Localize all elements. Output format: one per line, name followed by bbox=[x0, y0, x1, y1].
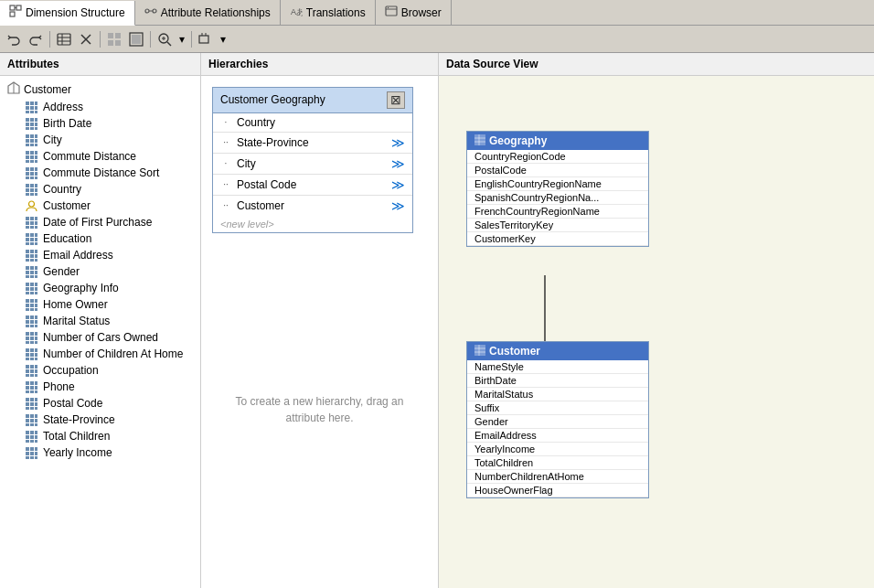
attr-item-yearly-income[interactable]: Yearly Income bbox=[0, 444, 200, 461]
hierarchy-item-customer[interactable]: ··Customer≫ bbox=[213, 196, 412, 216]
dsv-field[interactable]: CountryRegionCode bbox=[467, 150, 648, 164]
dsv-field[interactable]: SalesTerritoryKey bbox=[467, 219, 648, 232]
svg-rect-43 bbox=[35, 118, 37, 122]
toolbar-delete[interactable] bbox=[76, 29, 96, 49]
dsv-field[interactable]: YearlyIncome bbox=[467, 443, 648, 456]
tab-translations[interactable]: Aあ Translations bbox=[281, 0, 376, 25]
attr-item-customer[interactable]: Customer bbox=[0, 198, 200, 214]
toolbar-extra[interactable] bbox=[196, 29, 216, 49]
dsv-field[interactable]: EnglishCountryRegionName bbox=[467, 177, 648, 191]
hierarchy-item-state-province[interactable]: ··State-Province≫ bbox=[213, 133, 412, 154]
svg-rect-163 bbox=[30, 353, 34, 357]
dsv-field[interactable]: NumberChildrenAtHome bbox=[467, 470, 648, 484]
attr-item-phone[interactable]: Phone bbox=[0, 379, 200, 395]
attr-tree: Customer AddressBirth DateCityCommute Di… bbox=[0, 76, 200, 588]
attr-item-number-of-children-at-home[interactable]: Number of Children At Home bbox=[0, 346, 200, 362]
hierarchy-item-city[interactable]: ·City≫ bbox=[213, 154, 412, 175]
dsv-table-header-geography[interactable]: Geography bbox=[467, 132, 648, 150]
datasource-header: Data Source View bbox=[439, 53, 874, 76]
toolbar-view1[interactable] bbox=[104, 29, 124, 49]
svg-rect-191 bbox=[35, 402, 37, 406]
dsv-field[interactable]: TotalChildren bbox=[467, 456, 648, 470]
svg-rect-75 bbox=[30, 176, 34, 179]
hi-expand-arrow[interactable]: ≫ bbox=[391, 177, 405, 192]
dsv-field[interactable]: MaritalStatus bbox=[467, 388, 648, 401]
svg-rect-192 bbox=[26, 407, 29, 410]
hi-expand-arrow[interactable]: ≫ bbox=[391, 156, 405, 171]
dsv-table-header-customer[interactable]: Customer bbox=[467, 342, 648, 360]
svg-rect-92 bbox=[35, 221, 37, 225]
svg-rect-137 bbox=[35, 304, 37, 307]
toolbar-extra-dropdown[interactable]: ▾ bbox=[218, 29, 229, 49]
attr-item-geography-info[interactable]: Geography Info bbox=[0, 280, 200, 296]
attr-item-marital-status[interactable]: Marital Status bbox=[0, 313, 200, 329]
svg-text:あ: あ bbox=[296, 7, 303, 16]
attr-item-country[interactable]: Country bbox=[0, 181, 200, 198]
svg-rect-36 bbox=[30, 106, 34, 110]
tab-attribute-relationships[interactable]: Attribute Relationships bbox=[135, 0, 281, 25]
toolbar-zoom[interactable] bbox=[155, 29, 175, 49]
attr-item-city[interactable]: City bbox=[0, 132, 200, 148]
attr-item-total-children[interactable]: Total Children bbox=[0, 428, 200, 444]
dsv-field[interactable]: Suffix bbox=[467, 401, 648, 415]
tab-dimension-structure[interactable]: Dimension Structure bbox=[0, 1, 135, 26]
attr-root-customer[interactable]: Customer bbox=[0, 80, 200, 99]
toolbar-table[interactable] bbox=[54, 29, 74, 49]
svg-rect-112 bbox=[30, 259, 34, 262]
tab-translations-label: Translations bbox=[306, 6, 366, 19]
svg-rect-174 bbox=[26, 374, 29, 377]
hierarchy-expand-btn[interactable]: ⊠ bbox=[387, 91, 405, 109]
key-icon bbox=[26, 199, 38, 212]
svg-rect-122 bbox=[35, 275, 37, 278]
svg-rect-151 bbox=[30, 332, 34, 336]
svg-point-86 bbox=[29, 201, 35, 207]
dsv-field[interactable]: PostalCode bbox=[467, 164, 648, 177]
attr-item-commute-distance-sort[interactable]: Commute Distance Sort bbox=[0, 165, 200, 181]
grid-icon bbox=[26, 134, 38, 146]
attr-item-address[interactable]: Address bbox=[0, 99, 200, 115]
attr-item-birth-date[interactable]: Birth Date bbox=[0, 115, 200, 132]
dsv-field[interactable]: EmailAddress bbox=[467, 429, 648, 443]
toolbar-undo[interactable] bbox=[4, 29, 24, 49]
svg-rect-165 bbox=[26, 358, 29, 360]
dsv-field[interactable]: FrenchCountryRegionName bbox=[467, 205, 648, 219]
svg-rect-218 bbox=[35, 452, 37, 455]
attr-item-occupation[interactable]: Occupation bbox=[0, 362, 200, 379]
hi-expand-arrow[interactable]: ≫ bbox=[391, 135, 405, 150]
attr-item-gender[interactable]: Gender bbox=[0, 263, 200, 280]
attr-item-education[interactable]: Education bbox=[0, 230, 200, 247]
hi-expand-arrow[interactable]: ≫ bbox=[391, 198, 405, 213]
dsv-field[interactable]: HouseOwnerFlag bbox=[467, 484, 648, 497]
tab-browser[interactable]: Browser bbox=[376, 0, 452, 25]
svg-rect-180 bbox=[26, 386, 29, 390]
attr-label: Commute Distance bbox=[43, 150, 136, 163]
attr-item-commute-distance[interactable]: Commute Distance bbox=[0, 148, 200, 165]
hierarchy-item-country[interactable]: ·Country bbox=[213, 113, 412, 133]
svg-rect-131 bbox=[35, 292, 37, 294]
hi-label: City bbox=[237, 157, 391, 170]
dsv-field[interactable]: CustomerKey bbox=[467, 232, 648, 246]
toolbar-zoom-dropdown[interactable]: ▾ bbox=[176, 29, 187, 49]
svg-rect-21 bbox=[115, 40, 121, 46]
svg-rect-206 bbox=[35, 431, 37, 434]
dsv-field[interactable]: BirthDate bbox=[467, 374, 648, 388]
hierarchy-item-postal-code[interactable]: ··Postal Code≫ bbox=[213, 175, 412, 196]
attr-item-number-of-cars-owned[interactable]: Number of Cars Owned bbox=[0, 329, 200, 346]
svg-rect-65 bbox=[26, 160, 29, 163]
attr-item-date-of-first-purchase[interactable]: Date of First Purchase bbox=[0, 214, 200, 230]
dsv-field[interactable]: NameStyle bbox=[467, 360, 648, 374]
attr-item-home-owner[interactable]: Home Owner bbox=[0, 296, 200, 313]
svg-rect-196 bbox=[30, 414, 34, 418]
svg-rect-118 bbox=[30, 271, 34, 274]
svg-line-25 bbox=[167, 42, 171, 46]
dsv-field[interactable]: Gender bbox=[467, 415, 648, 429]
attr-item-email-address[interactable]: Email Address bbox=[0, 247, 200, 263]
attr-item-postal-code[interactable]: Postal Code bbox=[0, 395, 200, 412]
svg-rect-173 bbox=[35, 369, 37, 373]
toolbar-view2[interactable] bbox=[126, 29, 146, 49]
toolbar-redo[interactable] bbox=[26, 29, 46, 49]
svg-rect-136 bbox=[30, 304, 34, 307]
svg-rect-147 bbox=[26, 325, 29, 327]
attr-item-state-province[interactable]: State-Province bbox=[0, 412, 200, 428]
dsv-field[interactable]: SpanishCountryRegionNa... bbox=[467, 191, 648, 205]
